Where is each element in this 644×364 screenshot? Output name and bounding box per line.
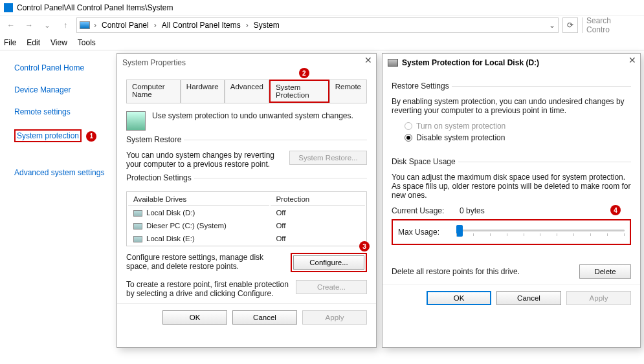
col-drives: Available Drives <box>128 193 269 206</box>
dialog-button-bar: OK Cancel Apply <box>383 284 640 312</box>
address-bar[interactable]: › Control Panel › All Control Panel Item… <box>76 17 559 33</box>
dialog-titlebar: System Protection for Local Disk (D:) ✕ <box>383 54 640 72</box>
create-text: To create a restore point, first enable … <box>126 280 289 298</box>
chevron-right-icon: › <box>245 21 250 30</box>
menu-file[interactable]: File <box>4 38 16 47</box>
radio-icon <box>405 122 412 130</box>
dialog-title: System Protection for Local Disk (D:) <box>402 58 539 67</box>
search-placeholder: Search Contro <box>586 16 636 34</box>
intro-text: Use system protection to undo unwanted s… <box>152 111 367 120</box>
radio-label: Disable system protection <box>416 133 505 142</box>
ok-button[interactable]: OK <box>427 291 491 305</box>
highlight-box-slider: Max Usage: <box>392 219 631 245</box>
window-titlebar: Control Panel\All Control Panel Items\Sy… <box>0 0 644 16</box>
drive-protection: Off <box>271 233 365 244</box>
col-protection: Protection <box>271 193 365 206</box>
delete-text: Delete all restore points for this drive… <box>392 267 573 276</box>
cancel-button[interactable]: Cancel <box>496 291 561 305</box>
current-usage-label: Current Usage: <box>392 206 453 215</box>
annotation-badge-4: 4 <box>610 205 621 215</box>
group-system-restore: System Restore You can undo system chang… <box>126 140 367 169</box>
current-usage-value: 0 bytes <box>460 206 485 215</box>
group-legend: Restore Settings <box>392 81 452 91</box>
configure-text: Configure restore settings, manage disk … <box>126 253 284 271</box>
delete-button[interactable]: Delete <box>579 264 631 279</box>
group-disk-usage: Disk Space Usage You can adjust the maxi… <box>392 162 631 279</box>
breadcrumb-control-panel[interactable]: Control Panel <box>100 21 150 30</box>
drive-name: Local Disk (D:) <box>146 209 195 217</box>
radio-turn-on[interactable]: Turn on system protection <box>405 122 631 131</box>
menu-view[interactable]: View <box>50 38 67 47</box>
group-protection-settings: Protection Settings Available DrivesProt… <box>126 178 367 298</box>
radio-label: Turn on system protection <box>416 122 505 131</box>
breadcrumb-all-items[interactable]: All Control Panel Items <box>161 21 242 30</box>
tab-remote[interactable]: Remote <box>329 80 367 103</box>
system-restore-icon <box>126 111 146 131</box>
annotation-badge-2: 2 <box>299 68 309 78</box>
radio-icon <box>405 134 412 142</box>
dropdown-chevron-icon[interactable]: ⌄ <box>40 18 54 32</box>
create-button[interactable]: Create... <box>296 280 367 294</box>
menu-tools[interactable]: Tools <box>78 38 96 47</box>
tab-computer-name[interactable]: Computer Name <box>126 80 181 103</box>
annotation-badge-3: 3 <box>359 241 370 252</box>
tabstrip: Computer Name Hardware Advanced System P… <box>126 80 367 103</box>
chevron-right-icon: › <box>153 21 158 30</box>
table-row[interactable]: Dieser PC (C:) (System)Off <box>128 220 365 231</box>
window-title: Control Panel\All Control Panel Items\Sy… <box>17 3 173 12</box>
group-restore-settings: Restore Settings By enabling system prot… <box>392 86 631 142</box>
disk-icon <box>388 59 398 67</box>
breadcrumb-system[interactable]: System <box>252 21 281 30</box>
address-dropdown-icon[interactable]: ⌄ <box>549 21 555 30</box>
group-legend: System Restore <box>126 135 184 144</box>
search-input[interactable]: Search Contro <box>582 17 640 33</box>
refresh-button[interactable]: ⟳ <box>562 17 578 33</box>
system-properties-dialog: System Properties ✕ Computer Name Hardwa… <box>117 53 377 348</box>
system-restore-button[interactable]: System Restore... <box>289 151 367 165</box>
control-panel-icon <box>80 21 90 29</box>
disk-usage-text: You can adjust the maximum disk space us… <box>392 173 631 200</box>
tab-system-protection[interactable]: System Protection 2 <box>269 80 329 103</box>
sidebar-item-system-protection[interactable]: System protection <box>14 129 82 142</box>
sidebar-home[interactable]: Control Panel Home <box>14 63 110 72</box>
max-usage-label: Max Usage: <box>398 228 450 237</box>
tab-hardware[interactable]: Hardware <box>181 80 225 103</box>
highlight-box-configure: Configure... 3 <box>291 253 367 272</box>
radio-disable[interactable]: Disable system protection <box>405 133 631 142</box>
dialog-titlebar: System Properties ✕ <box>117 54 376 72</box>
forward-arrow-icon[interactable]: → <box>22 18 36 32</box>
back-arrow-icon[interactable]: ← <box>4 18 18 32</box>
menubar: File Edit View Tools <box>0 35 644 50</box>
table-row[interactable]: Local Disk (D:)Off <box>128 207 365 219</box>
dialog-button-bar: OK Cancel Apply <box>117 303 376 331</box>
table-row[interactable]: Local Disk (E:)Off <box>128 233 365 244</box>
ok-button[interactable]: OK <box>162 310 227 325</box>
drive-icon <box>133 210 142 217</box>
drives-table: Available DrivesProtection Local Disk (D… <box>126 191 367 246</box>
sidebar: Control Panel Home Device Manager Remote… <box>0 50 117 364</box>
refresh-icon: ⟳ <box>567 21 573 30</box>
configure-button[interactable]: Configure... <box>293 255 364 270</box>
up-arrow-icon[interactable]: ↑ <box>58 18 72 32</box>
sidebar-item-advanced-settings[interactable]: Advanced system settings <box>14 168 110 177</box>
apply-button[interactable]: Apply <box>566 291 631 305</box>
tab-advanced[interactable]: Advanced <box>225 80 269 103</box>
max-usage-slider[interactable] <box>456 224 625 240</box>
close-icon[interactable]: ✕ <box>628 55 636 65</box>
menu-edit[interactable]: Edit <box>27 38 40 47</box>
apply-button[interactable]: Apply <box>302 310 367 325</box>
cancel-button[interactable]: Cancel <box>232 310 297 325</box>
drive-protection: Off <box>271 220 365 231</box>
window-icon <box>4 3 13 12</box>
drive-protection: Off <box>271 207 365 219</box>
sidebar-item-device-manager[interactable]: Device Manager <box>14 85 110 94</box>
sidebar-item-remote-settings[interactable]: Remote settings <box>14 107 110 116</box>
group-legend: Protection Settings <box>126 173 194 182</box>
close-icon[interactable]: ✕ <box>364 55 372 65</box>
drive-name: Local Disk (E:) <box>146 235 195 242</box>
system-restore-text: You can undo system changes by reverting… <box>126 151 283 169</box>
tab-label: System Protection <box>276 83 309 99</box>
annotation-badge-1: 1 <box>86 131 96 142</box>
navbar: ← → ⌄ ↑ › Control Panel › All Control Pa… <box>0 16 644 35</box>
protection-dialog: System Protection for Local Disk (D:) ✕ … <box>382 53 641 348</box>
